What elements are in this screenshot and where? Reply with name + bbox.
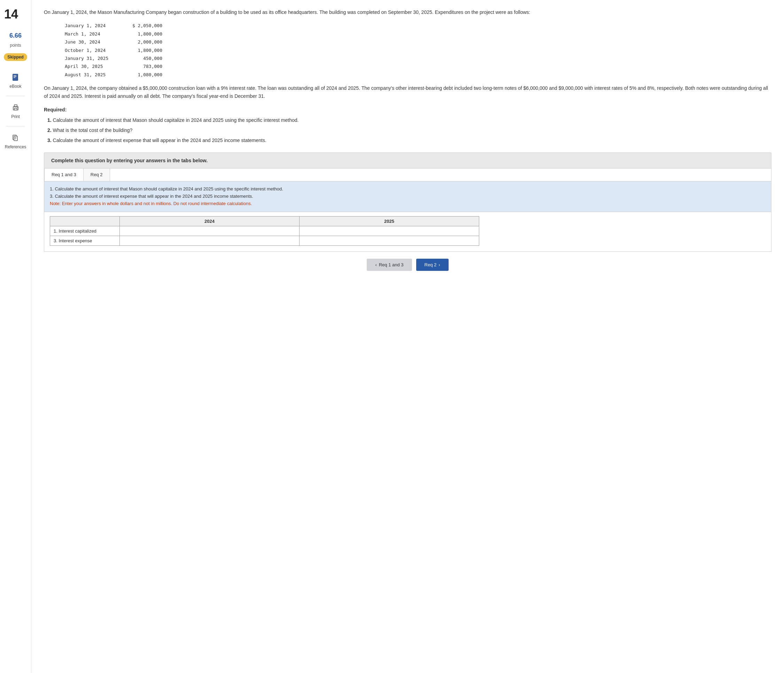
th-2025: 2025 [300,216,479,226]
exp-date-4: January 31, 2025 [65,54,120,62]
references-icon [11,133,20,143]
tab-req1and3[interactable]: Req 1 and 3 [44,168,84,181]
points-value: 6.66 [9,32,22,39]
print-icon [11,103,20,113]
instruction-note: Note: Enter your answers in whole dollar… [50,200,765,208]
complete-text: Complete this question by entering your … [51,158,208,163]
expenditures-table: January 1, 2024 $ 2,050,000 March 1, 202… [65,22,772,79]
required-item-3: 3. Calculate the amount of interest expe… [47,135,772,146]
expenditure-row-2: June 30, 2024 2,000,000 [65,38,772,46]
required-item-2: 2. What is the total cost of the buildin… [47,125,772,135]
next-arrow: › [439,262,440,267]
exp-amount-4: 450,000 [128,54,162,62]
exp-amount-3: 1,800,000 [128,46,162,54]
answer-table: 2024 2025 1. Interest capitalized [50,216,479,246]
req-text-1: Calculate the amount of interest that Ma… [53,117,299,123]
req-text-3: Calculate the amount of interest expense… [53,138,266,143]
req-text-2: What is the total cost of the building? [53,127,133,133]
svg-rect-12 [15,139,16,139]
expenditure-row-3: October 1, 2024 1,800,000 [65,46,772,54]
exp-amount-2: 2,000,000 [128,38,162,46]
instruction-line-1: 1. Calculate the amount of interest that… [50,186,765,193]
expenditure-row-1: March 1, 2024 1,800,000 [65,30,772,38]
tab-instructions: 1. Calculate the amount of interest that… [44,181,771,212]
nav-buttons: ‹ Req 1 and 3 Req 2 › [44,259,772,274]
exp-date-2: June 30, 2024 [65,38,120,46]
svg-point-7 [17,107,18,108]
next-button[interactable]: Req 2 › [416,259,449,271]
svg-rect-3 [14,77,16,78]
interest-expense-2025-input[interactable] [300,237,478,245]
exp-amount-6: 1,080,000 [128,71,162,79]
tabs-row: Req 1 and 3 Req 2 [44,168,771,181]
interest-expense-2024-input[interactable] [120,237,299,245]
row2-2024-cell[interactable] [120,236,300,246]
row1-2025-cell[interactable] [300,226,479,236]
row1-2024-cell[interactable] [120,226,300,236]
sidebar-item-ebook[interactable]: eBook [0,70,31,92]
th-2024: 2024 [120,216,300,226]
svg-rect-10 [15,137,16,138]
prev-label: Req 1 and 3 [379,262,404,267]
row2-2025-cell[interactable] [300,236,479,246]
svg-rect-0 [13,74,18,81]
references-label: References [5,145,26,149]
tabs-container: Req 1 and 3 Req 2 1. Calculate the amoun… [44,168,772,251]
svg-rect-11 [15,138,16,138]
book-icon [11,73,20,82]
exp-amount-1: 1,800,000 [128,30,162,38]
interest-capitalized-2025-input[interactable] [300,227,478,235]
expenditure-row-4: January 31, 2025 450,000 [65,54,772,62]
expenditure-row-5: April 30, 2025 783,000 [65,62,772,70]
sidebar-item-references[interactable]: References [0,131,31,152]
instruction-line-2: 3. Calculate the amount of interest expe… [50,193,765,200]
exp-date-0: January 1, 2024 [65,22,120,30]
expenditure-row-0: January 1, 2024 $ 2,050,000 [65,22,772,30]
exp-date-6: August 31, 2025 [65,71,120,79]
exp-amount-0: $ 2,050,000 [128,22,162,30]
exp-date-1: March 1, 2024 [65,30,120,38]
next-label: Req 2 [425,262,437,267]
divider1 [6,96,25,96]
exp-date-3: October 1, 2024 [65,46,120,54]
interest-capitalized-2024-input[interactable] [120,227,299,235]
problem-note: On January 1, 2024, the company obtained… [44,84,772,100]
req-num-3: 3. [47,138,51,143]
required-item-1: 1. Calculate the amount of interest that… [47,115,772,125]
prev-arrow: ‹ [375,262,376,267]
skipped-badge: Skipped [4,53,27,61]
row2-label: 3. Interest expense [50,236,120,246]
table-header-row: 2024 2025 [50,216,479,226]
answer-table-wrapper: 2024 2025 1. Interest capitalized [44,212,771,251]
svg-rect-1 [14,75,16,76]
print-label: Print [11,114,20,119]
tab1-content: 1. Calculate the amount of interest that… [44,181,771,251]
points-label: points [10,43,21,48]
req-num-1: 1. [47,117,51,123]
svg-rect-6 [14,108,17,110]
exp-amount-5: 783,000 [128,62,162,70]
problem-intro: On January 1, 2024, the Mason Manufactur… [44,8,772,16]
tab-req2[interactable]: Req 2 [83,168,110,181]
svg-rect-2 [14,76,16,77]
row1-label: 1. Interest capitalized [50,226,120,236]
table-row: 1. Interest capitalized [50,226,479,236]
required-title: Required: [44,107,772,112]
expenditure-row-6: August 31, 2025 1,080,000 [65,71,772,79]
complete-box: Complete this question by entering your … [44,152,772,168]
req-num-2: 2. [47,127,51,133]
sidebar-item-print[interactable]: Print [0,100,31,122]
th-label [50,216,120,226]
problem-number: 14 [0,7,18,22]
required-section: Required: 1. Calculate the amount of int… [44,107,772,146]
required-list: 1. Calculate the amount of interest that… [44,115,772,146]
divider2 [6,126,25,126]
exp-date-5: April 30, 2025 [65,62,120,70]
ebook-label: eBook [9,84,21,89]
prev-button[interactable]: ‹ Req 1 and 3 [367,259,412,271]
table-row: 3. Interest expense [50,236,479,246]
main-content: On January 1, 2024, the Mason Manufactur… [31,0,784,673]
sidebar: 14 6.66 points Skipped eBook [0,0,31,673]
